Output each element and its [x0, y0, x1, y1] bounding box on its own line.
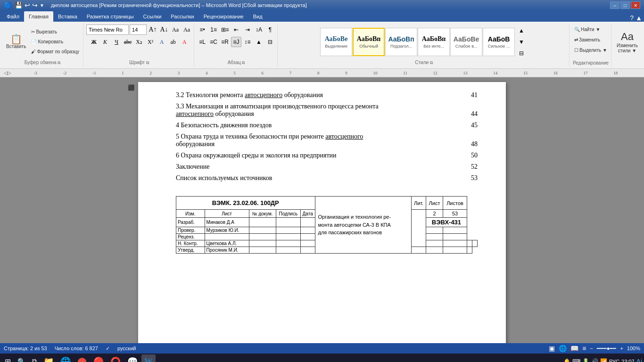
- bold-button[interactable]: Ж: [89, 37, 99, 47]
- task-view-button[interactable]: ⧉: [29, 354, 40, 362]
- shading-button[interactable]: ▲: [254, 37, 264, 47]
- quick-access-undo[interactable]: ↩: [25, 1, 30, 9]
- styles-scroll-up[interactable]: ▲: [516, 25, 527, 36]
- case-button[interactable]: Aa: [182, 25, 192, 35]
- ai-label[interactable]: Ai: [636, 358, 642, 362]
- style-strong[interactable]: АаБоВ Сильное ...: [483, 28, 515, 56]
- tab-file[interactable]: Файл: [2, 11, 24, 22]
- decrease-indent-button[interactable]: ⇤: [231, 25, 241, 35]
- taskbar-battery-icon: 🔋: [582, 358, 589, 362]
- zoom-in-button[interactable]: +: [620, 346, 623, 351]
- ribbon-help-icon[interactable]: ?: [630, 14, 634, 22]
- align-center-button[interactable]: ≡C: [208, 37, 219, 47]
- maximize-button[interactable]: □: [620, 1, 630, 9]
- word-taskbar-icon[interactable]: W: [141, 354, 156, 362]
- zoom-out-button[interactable]: −: [590, 346, 593, 351]
- view-web-icon[interactable]: 🌐: [559, 345, 567, 352]
- tab-references[interactable]: Ссылки: [139, 11, 166, 22]
- taskbar-network-icon[interactable]: 📶: [600, 358, 607, 362]
- search-icon: 🔍: [17, 358, 25, 362]
- justify-button[interactable]: ≡J: [231, 37, 241, 47]
- font-color-button[interactable]: A: [179, 37, 190, 47]
- styles-more[interactable]: ⊟: [516, 48, 527, 58]
- bullets-button[interactable]: ≡•: [197, 25, 207, 35]
- zoom-slider[interactable]: ━━━●━━: [597, 346, 617, 352]
- left-margin-icon[interactable]: ⬛: [128, 84, 135, 91]
- style-selection[interactable]: АаБоВе Выделение: [320, 28, 352, 56]
- style-heading[interactable]: АаБоВп Подзагол...: [385, 28, 417, 56]
- quick-access-save[interactable]: 💾: [15, 1, 23, 9]
- increase-indent-button[interactable]: ⇥: [242, 25, 253, 35]
- toc-entry-5: 6 Охрана окружающей среды и экология на …: [176, 152, 478, 159]
- quick-access-redo[interactable]: ↪: [32, 1, 38, 9]
- font-size-input[interactable]: [130, 25, 147, 35]
- numbering-button[interactable]: 1≡: [208, 25, 219, 35]
- tab-view[interactable]: Вид: [248, 11, 267, 22]
- replace-button[interactable]: ⇄ Заменить: [572, 35, 602, 44]
- view-outline-icon[interactable]: ≡: [582, 345, 586, 352]
- tab-home[interactable]: Главная: [24, 11, 53, 22]
- taskbar-notification-icon[interactable]: 🔔: [563, 358, 570, 362]
- find-button[interactable]: 🔍 Найти ▼: [572, 25, 602, 34]
- edge-taskbar-icon[interactable]: 🌐: [58, 354, 74, 362]
- ribbon-expand-icon[interactable]: ▲: [636, 14, 642, 22]
- taskbar-volume-icon[interactable]: 🔊: [591, 358, 598, 362]
- tab-review[interactable]: Рецензирование: [199, 11, 248, 22]
- unknown-taskbar-icon-4[interactable]: 💬: [124, 354, 140, 362]
- text-effects-button[interactable]: A: [157, 37, 167, 47]
- font-size-increase-button[interactable]: A↑: [148, 25, 158, 35]
- copy-button[interactable]: 📄 Копировать: [29, 37, 81, 47]
- line-spacing-button[interactable]: ↕≡: [242, 37, 253, 47]
- italic-button[interactable]: К: [100, 37, 110, 47]
- cut-button[interactable]: ✂ Вырезать: [29, 27, 81, 37]
- align-left-button[interactable]: ≡L: [197, 37, 207, 47]
- minimize-button[interactable]: –: [610, 1, 619, 9]
- underline-button[interactable]: Ч: [111, 37, 122, 47]
- language-indicator[interactable]: русский: [117, 346, 136, 351]
- font-name-input[interactable]: [86, 25, 129, 35]
- superscript-button[interactable]: X²: [145, 37, 156, 47]
- clear-format-button[interactable]: Aa: [170, 25, 181, 35]
- borders-button[interactable]: ⊟: [265, 37, 275, 47]
- search-button[interactable]: 🔍: [15, 354, 28, 362]
- font-size-decrease-button[interactable]: A↓: [159, 25, 169, 35]
- start-button[interactable]: ⊞: [2, 354, 14, 362]
- editing-group: 🔍 Найти ▼ ⇄ Заменить ☐ Выделить ▼ Редакт…: [570, 24, 611, 66]
- style-subtle[interactable]: АаБоВе Слабое в...: [450, 28, 482, 56]
- quick-access-more[interactable]: ▼: [40, 3, 44, 8]
- paste-button[interactable]: 📋 Вставить: [4, 33, 28, 50]
- multilevel-list-button[interactable]: ⊞≡: [220, 25, 230, 35]
- document-page[interactable]: 3.2 Технология ремонта автосцепного обор…: [138, 82, 506, 343]
- show-hide-button[interactable]: ¶: [265, 25, 275, 35]
- change-styles-button[interactable]: Aa Изменить стили ▼: [614, 29, 640, 55]
- style-no-spacing[interactable]: АаБоВп Без инте...: [418, 28, 450, 56]
- unknown-taskbar-icon-1[interactable]: ⬤: [74, 354, 90, 362]
- close-button[interactable]: ✕: [631, 1, 640, 9]
- toc-entry-6: Заключение 52: [176, 163, 478, 171]
- text-highlight-button[interactable]: ab: [168, 37, 178, 47]
- subscript-button[interactable]: X₂: [134, 37, 144, 47]
- change-styles-icon: Aa: [621, 31, 634, 43]
- view-print-icon[interactable]: ▣: [549, 345, 555, 352]
- select-button[interactable]: ☐ Выделить ▼: [572, 45, 609, 55]
- styles-scroll-down[interactable]: ▼: [516, 37, 527, 47]
- sort-button[interactable]: ↕A: [254, 25, 264, 35]
- tab-mailings[interactable]: Рассылки: [166, 11, 198, 22]
- unknown-taskbar-icon-3[interactable]: ⭕: [107, 354, 124, 362]
- taskbar-language[interactable]: РУС: [609, 359, 619, 362]
- strikethrough-button[interactable]: abc: [123, 37, 133, 47]
- taskbar-keyboard-icon[interactable]: ⌨: [572, 358, 580, 362]
- align-right-button[interactable]: ≡R: [220, 37, 230, 47]
- status-bar: Страница: 2 из 53 Число слов: 6 827 ✓ ру…: [0, 343, 644, 354]
- style-normal[interactable]: АаБоВп Обычный: [353, 28, 385, 56]
- view-read-icon[interactable]: 📖: [570, 345, 578, 352]
- ruler-left-margin-icon[interactable]: ◁▷: [4, 70, 11, 75]
- spell-check-icon[interactable]: ✓: [106, 346, 110, 352]
- format-painter-button[interactable]: 🖌 Формат по образцу: [29, 47, 81, 57]
- liter-cell: Лит.: [412, 197, 426, 210]
- explorer-taskbar-icon[interactable]: 📁: [41, 354, 57, 362]
- tab-page-layout[interactable]: Разметка страницы: [82, 11, 139, 22]
- tab-insert[interactable]: Вставка: [53, 11, 82, 22]
- toc-entry-1: 3.2 Технология ремонта автосцепного обор…: [176, 91, 478, 99]
- unknown-taskbar-icon-2[interactable]: 🔴: [91, 354, 107, 362]
